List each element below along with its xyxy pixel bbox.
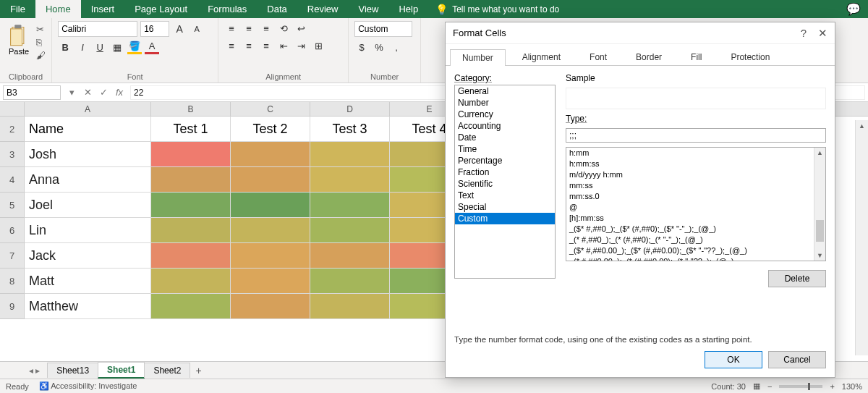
sheet-tab[interactable]: Sheet13: [47, 363, 98, 378]
cut-icon[interactable]: ✂: [36, 24, 46, 35]
format-item[interactable]: _($* #,##0.00_);_($* (#,##0.00);_($* "-"…: [566, 245, 825, 256]
cell[interactable]: [310, 193, 390, 218]
cell[interactable]: [310, 243, 390, 269]
cell[interactable]: [310, 218, 390, 243]
font-name-select[interactable]: [58, 21, 137, 37]
format-item[interactable]: [h]:mm:ss: [566, 213, 825, 224]
scroll-up-icon[interactable]: ▲: [856, 120, 868, 132]
format-item[interactable]: mm:ss: [566, 180, 825, 191]
tab-insert[interactable]: Insert: [81, 0, 125, 18]
cell[interactable]: Lin: [25, 218, 151, 243]
cell[interactable]: [151, 294, 231, 319]
number-format-select[interactable]: [354, 21, 412, 37]
zoom-slider[interactable]: [779, 385, 822, 388]
delete-button[interactable]: Delete: [768, 270, 826, 287]
tab-page-layout[interactable]: Page Layout: [124, 0, 197, 18]
format-item[interactable]: @: [566, 202, 825, 213]
dlg-tab-protection[interactable]: Protection: [718, 48, 782, 65]
cell[interactable]: [151, 218, 231, 243]
chevron-down-icon[interactable]: ▾: [64, 87, 80, 98]
cell[interactable]: [151, 142, 231, 167]
bold-button[interactable]: B: [58, 40, 72, 54]
category-item[interactable]: Scientific: [455, 178, 555, 190]
dlg-tab-number[interactable]: Number: [450, 49, 506, 66]
align-left-icon[interactable]: ≡: [224, 38, 239, 53]
align-middle-icon[interactable]: ≡: [242, 21, 256, 35]
enter-formula-icon[interactable]: ✓: [95, 87, 111, 98]
category-item[interactable]: Custom: [455, 213, 555, 224]
indent-left-icon[interactable]: ⇤: [276, 38, 291, 53]
percent-icon[interactable]: %: [372, 40, 386, 54]
cell[interactable]: [231, 142, 310, 167]
cell[interactable]: Jack: [25, 243, 151, 269]
sheet-tab[interactable]: Sheet1: [98, 362, 145, 379]
cell[interactable]: Test 1: [151, 117, 231, 142]
cell[interactable]: [231, 167, 310, 193]
format-item[interactable]: _($* #,##0_);_($* (#,##0);_($* "-"_);_(@…: [566, 224, 825, 234]
category-list[interactable]: GeneralNumberCurrencyAccountingDateTimeP…: [454, 85, 556, 279]
row-header[interactable]: 3: [0, 142, 25, 167]
cell[interactable]: Name: [25, 117, 151, 142]
font-color-icon[interactable]: A: [145, 40, 159, 54]
cancel-formula-icon[interactable]: ✕: [80, 87, 95, 98]
view-normal-icon[interactable]: ▦: [753, 381, 760, 391]
indent-right-icon[interactable]: ⇥: [294, 38, 308, 53]
zoom-level[interactable]: 130%: [842, 382, 862, 391]
paste-button[interactable]: Paste: [6, 21, 32, 59]
font-size-select[interactable]: [140, 21, 169, 37]
cell[interactable]: [310, 294, 390, 319]
align-center-icon[interactable]: ≡: [242, 38, 256, 53]
cell[interactable]: Matt: [25, 269, 151, 294]
format-painter-icon[interactable]: 🖌: [36, 50, 46, 61]
close-icon[interactable]: ✕: [818, 27, 827, 40]
cell[interactable]: [310, 142, 390, 167]
col-header-b[interactable]: B: [151, 102, 231, 116]
comma-icon[interactable]: ,: [389, 40, 404, 54]
format-list[interactable]: h:mmh:mm:ssm/d/yyyy h:mmmm:ssmm:ss.0@[h]…: [566, 147, 826, 261]
scroll-thumb[interactable]: [816, 220, 824, 242]
fill-color-icon[interactable]: 🪣: [127, 40, 142, 54]
tab-view[interactable]: View: [348, 0, 388, 18]
sheet-nav-icon[interactable]: ◂ ▸: [29, 365, 40, 376]
border-icon[interactable]: ▦: [110, 40, 124, 54]
row-header[interactable]: 7: [0, 243, 25, 269]
cell[interactable]: [151, 269, 231, 294]
underline-button[interactable]: U: [93, 40, 107, 54]
cell[interactable]: [151, 243, 231, 269]
cell[interactable]: [151, 193, 231, 218]
zoom-out-icon[interactable]: −: [767, 382, 772, 391]
row-header[interactable]: 6: [0, 218, 25, 243]
format-item[interactable]: mm:ss.0: [566, 191, 825, 202]
tab-data[interactable]: Data: [257, 0, 297, 18]
currency-icon[interactable]: $: [354, 40, 369, 54]
tab-help[interactable]: Help: [388, 0, 428, 18]
dlg-tab-fill[interactable]: Fill: [678, 48, 714, 65]
cell[interactable]: Test 2: [231, 117, 310, 142]
category-item[interactable]: Date: [455, 132, 555, 143]
format-scrollbar[interactable]: ▲ ▼: [814, 148, 825, 261]
category-item[interactable]: Number: [455, 97, 555, 109]
cell[interactable]: Matthew: [25, 294, 151, 319]
tab-review[interactable]: Review: [297, 0, 349, 18]
cell[interactable]: Anna: [25, 167, 151, 193]
cell[interactable]: [231, 193, 310, 218]
row-header[interactable]: 4: [0, 167, 25, 193]
cell[interactable]: [151, 167, 231, 193]
cancel-button[interactable]: Cancel: [768, 351, 826, 368]
type-input[interactable]: [566, 128, 826, 143]
add-sheet-button[interactable]: +: [190, 365, 207, 376]
category-item[interactable]: Accounting: [455, 120, 555, 132]
category-item[interactable]: General: [455, 85, 555, 97]
cell[interactable]: Joel: [25, 193, 151, 218]
cell[interactable]: [310, 167, 390, 193]
fx-icon[interactable]: fx: [111, 87, 127, 98]
cell[interactable]: [231, 243, 310, 269]
increase-font-icon[interactable]: A: [172, 22, 187, 36]
format-item[interactable]: h:mm: [566, 148, 825, 159]
tab-home[interactable]: Home: [35, 0, 81, 18]
accessibility-status[interactable]: ♿ Accessibility: Investigate: [39, 381, 137, 391]
row-header[interactable]: 2: [0, 117, 25, 142]
tab-formulas[interactable]: Formulas: [197, 0, 257, 18]
scroll-up-icon[interactable]: ▲: [814, 148, 825, 158]
dialog-titlebar[interactable]: Format Cells ? ✕: [446, 22, 835, 44]
